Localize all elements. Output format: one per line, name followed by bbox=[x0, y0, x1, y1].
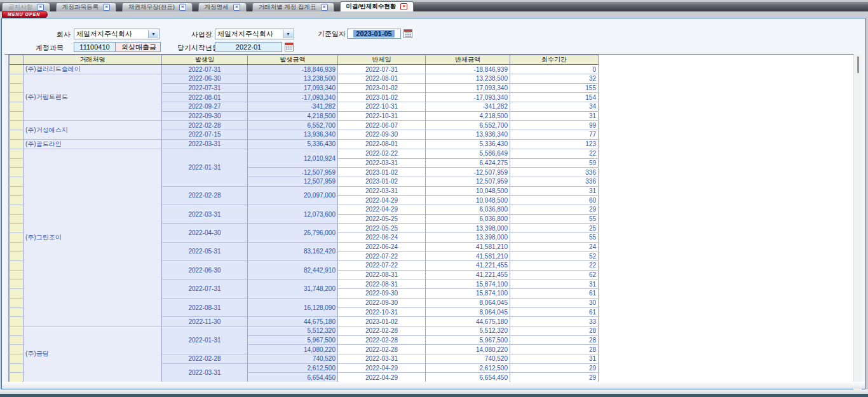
chevron-down-icon[interactable]: ▼ bbox=[148, 30, 158, 38]
settle-amount-cell[interactable]: 17,093,340 bbox=[426, 83, 510, 93]
settle-date-cell[interactable]: 2022-08-01 bbox=[338, 139, 426, 149]
settle-date-cell[interactable]: 2022-08-31 bbox=[338, 270, 426, 279]
occur-date-cell[interactable]: 2022-01-31 bbox=[162, 326, 248, 354]
occur-date-cell[interactable]: 2022-03-31 bbox=[162, 205, 248, 223]
settle-date-cell[interactable]: 2022-10-31 bbox=[338, 102, 426, 112]
row-selector[interactable] bbox=[10, 289, 24, 299]
settle-date-cell[interactable]: 2022-02-28 bbox=[338, 345, 426, 354]
occur-amount-cell[interactable]: 13,936,340 bbox=[248, 130, 338, 140]
row-selector[interactable] bbox=[10, 261, 24, 271]
row-selector[interactable] bbox=[10, 335, 24, 345]
occur-amount-cell[interactable]: 31,748,200 bbox=[248, 279, 338, 298]
settle-date-cell[interactable]: 2022-07-22 bbox=[338, 261, 426, 271]
settle-amount-cell[interactable]: 740,520 bbox=[426, 354, 510, 363]
header-partner[interactable]: 거래처명 bbox=[24, 55, 162, 65]
collect-days-cell[interactable]: 61 bbox=[510, 289, 599, 299]
row-selector[interactable] bbox=[10, 177, 24, 186]
occur-date-cell[interactable]: 2022-05-31 bbox=[162, 242, 248, 260]
settle-amount-cell[interactable]: 12,507,959 bbox=[426, 177, 510, 186]
header-occur-amount[interactable]: 발생금액 bbox=[248, 55, 338, 65]
occur-amount-cell[interactable]: 12,010,924 bbox=[248, 149, 338, 167]
settle-date-cell[interactable]: 2022-06-07 bbox=[338, 121, 426, 130]
settle-date-cell[interactable]: 2022-05-25 bbox=[338, 214, 426, 224]
settle-date-cell[interactable]: 2022-03-31 bbox=[338, 158, 426, 168]
row-selector[interactable] bbox=[10, 111, 24, 121]
row-selector[interactable] bbox=[10, 345, 24, 354]
occur-amount-cell[interactable]: 82,442,910 bbox=[248, 261, 338, 279]
row-selector[interactable] bbox=[10, 186, 24, 196]
tab-계정과목등록[interactable]: 계정과목등록× bbox=[56, 3, 116, 11]
header-settle-amount[interactable]: 반제금액 bbox=[426, 55, 510, 65]
tab-거래처별-계정-집계표[interactable]: 거래처별 계정 집계표× bbox=[252, 3, 334, 11]
occur-date-cell[interactable]: 2022-02-28 bbox=[162, 354, 248, 363]
settle-amount-cell[interactable]: 6,036,800 bbox=[426, 205, 510, 214]
row-selector[interactable] bbox=[10, 168, 24, 177]
row-selector[interactable] bbox=[10, 158, 24, 168]
settle-amount-cell[interactable]: 15,874,100 bbox=[426, 289, 510, 299]
occur-date-cell[interactable]: 2022-03-31 bbox=[162, 363, 248, 382]
settle-amount-cell[interactable]: -17,093,340 bbox=[426, 93, 510, 102]
settle-date-cell[interactable]: 2022-09-30 bbox=[338, 289, 426, 299]
base-date-input[interactable]: 2023-01-05 bbox=[347, 29, 401, 39]
partner-name-cell[interactable]: (주)금담 bbox=[24, 326, 162, 382]
settle-amount-cell[interactable]: 10,048,500 bbox=[426, 186, 510, 196]
settle-amount-cell[interactable]: 8,064,045 bbox=[426, 298, 510, 307]
collect-days-cell[interactable]: 28 bbox=[510, 335, 599, 345]
collect-days-cell[interactable]: 55 bbox=[510, 214, 599, 224]
settle-date-cell[interactable]: 2022-04-29 bbox=[338, 205, 426, 214]
occur-date-cell[interactable]: 2022-02-28 bbox=[162, 186, 248, 205]
settle-amount-cell[interactable]: 44,675,180 bbox=[426, 317, 510, 326]
row-selector[interactable] bbox=[10, 233, 24, 243]
tab-close-icon[interactable]: × bbox=[321, 4, 328, 11]
settle-amount-cell[interactable]: 6,424,275 bbox=[426, 158, 510, 168]
tab-close-icon[interactable]: × bbox=[233, 4, 240, 11]
settle-date-cell[interactable]: 2022-08-01 bbox=[338, 74, 426, 84]
occur-amount-cell[interactable]: 5,967,500 bbox=[248, 335, 338, 345]
collect-days-cell[interactable]: 123 bbox=[510, 139, 599, 149]
occur-amount-cell[interactable]: 20,097,000 bbox=[248, 186, 338, 205]
settle-amount-cell[interactable]: 5,967,500 bbox=[426, 335, 510, 345]
settle-amount-cell[interactable]: 6,552,700 bbox=[426, 121, 510, 130]
settle-amount-cell[interactable]: -12,507,959 bbox=[426, 168, 510, 177]
row-selector[interactable] bbox=[10, 214, 24, 224]
settle-amount-cell[interactable]: 41,221,455 bbox=[426, 261, 510, 271]
collect-days-cell[interactable]: 52 bbox=[510, 252, 599, 261]
collect-days-cell[interactable]: 31 bbox=[510, 186, 599, 196]
occur-amount-cell[interactable]: 5,512,320 bbox=[248, 326, 338, 335]
settle-date-cell[interactable]: 2022-09-30 bbox=[338, 130, 426, 140]
settle-date-cell[interactable]: 2022-02-28 bbox=[338, 326, 426, 335]
settle-date-cell[interactable]: 2022-04-29 bbox=[338, 373, 426, 382]
collect-days-cell[interactable]: 22 bbox=[510, 149, 599, 158]
chevron-down-icon[interactable]: ▼ bbox=[283, 30, 293, 38]
tab-close-icon[interactable]: × bbox=[400, 3, 407, 10]
row-selector[interactable] bbox=[10, 65, 24, 74]
branch-select[interactable]: 제일저지주식회사 ▼ bbox=[215, 29, 294, 39]
settle-date-cell[interactable]: 2023-01-02 bbox=[338, 93, 426, 102]
row-selector[interactable] bbox=[10, 307, 24, 317]
settle-amount-cell[interactable]: 5,586,649 bbox=[426, 149, 510, 158]
occur-amount-cell[interactable]: 740,520 bbox=[248, 354, 338, 363]
settle-date-cell[interactable]: 2022-05-25 bbox=[338, 224, 426, 233]
settle-date-cell[interactable]: 2022-04-29 bbox=[338, 196, 426, 205]
occur-date-cell[interactable]: 2022-04-30 bbox=[162, 224, 248, 242]
tab-공지사항[interactable]: 공지사항× bbox=[2, 3, 50, 11]
settle-amount-cell[interactable]: 4,218,500 bbox=[426, 111, 510, 121]
account-code-input[interactable]: 11100410 bbox=[74, 42, 116, 52]
calendar-icon[interactable] bbox=[285, 43, 294, 51]
collect-days-cell[interactable]: 61 bbox=[510, 307, 599, 317]
row-selector[interactable] bbox=[10, 196, 24, 205]
collect-days-cell[interactable]: 31 bbox=[510, 111, 599, 121]
settle-amount-cell[interactable]: 13,238,500 bbox=[426, 74, 510, 84]
settle-amount-cell[interactable]: -18,846,939 bbox=[426, 65, 510, 74]
settle-amount-cell[interactable]: 41,581,210 bbox=[426, 252, 510, 261]
row-selector[interactable] bbox=[10, 354, 24, 363]
collect-days-cell[interactable]: 0 bbox=[510, 65, 599, 74]
row-selector[interactable] bbox=[10, 224, 24, 233]
occur-amount-cell[interactable]: 12,507,959 bbox=[248, 177, 338, 186]
occur-amount-cell[interactable]: 13,238,500 bbox=[248, 74, 338, 84]
settle-date-cell[interactable]: 2022-08-31 bbox=[338, 279, 426, 289]
collect-days-cell[interactable]: 336 bbox=[510, 177, 599, 186]
occur-date-cell[interactable]: 2022-07-31 bbox=[162, 83, 248, 93]
partner-name-cell[interactable]: (주)거성예스지 bbox=[24, 121, 162, 139]
collect-days-cell[interactable]: 31 bbox=[510, 279, 599, 289]
